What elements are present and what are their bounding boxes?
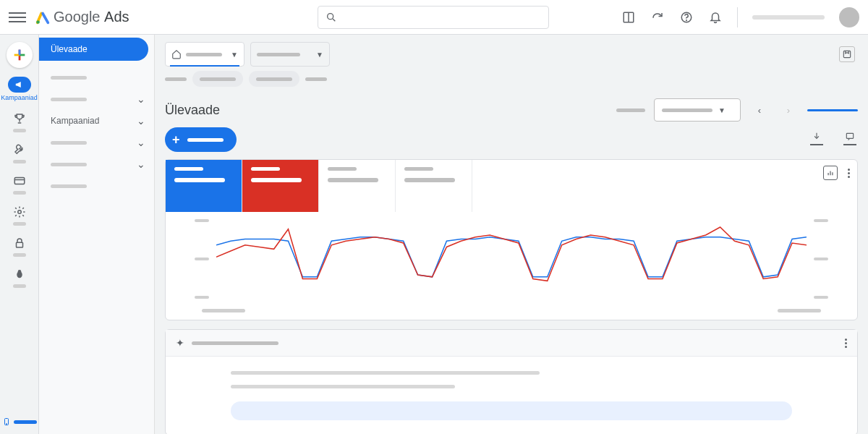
svg-rect-20 bbox=[843, 51, 850, 57]
metric-tab-2[interactable] bbox=[242, 160, 319, 212]
account-label bbox=[752, 15, 825, 20]
feedback-button[interactable] bbox=[842, 132, 858, 148]
feedback-icon bbox=[844, 132, 856, 142]
new-campaign-button[interactable]: + bbox=[165, 127, 237, 152]
sparkle-icon: ✦ bbox=[176, 337, 184, 349]
chip-label-2 bbox=[305, 77, 327, 81]
svg-point-17 bbox=[17, 270, 21, 273]
svg-point-19 bbox=[6, 424, 7, 425]
svg-rect-12 bbox=[14, 178, 25, 184]
chevron-down-icon: ⌄ bbox=[137, 93, 145, 105]
megaphone-icon bbox=[14, 80, 25, 90]
plus-icon bbox=[12, 47, 27, 63]
page-title: Ülevaade bbox=[165, 103, 220, 118]
gear-icon bbox=[13, 205, 26, 218]
rail-admin[interactable] bbox=[0, 205, 38, 226]
y-axis-left bbox=[195, 219, 209, 299]
insight-title bbox=[192, 341, 278, 345]
left-rail: Kampaaniad bbox=[0, 35, 39, 434]
refresh-icon[interactable] bbox=[650, 10, 665, 25]
date-prev-button[interactable]: ‹ bbox=[749, 100, 770, 120]
date-label bbox=[616, 109, 645, 112]
app-header: Google Ads bbox=[0, 0, 868, 35]
ads-logo-icon bbox=[35, 9, 51, 25]
nav-item-2[interactable]: ⌄ bbox=[39, 88, 154, 110]
save-view-icon[interactable] bbox=[839, 46, 855, 62]
nav-overview[interactable]: Ülevaade bbox=[39, 38, 148, 61]
svg-point-1 bbox=[327, 13, 333, 19]
create-button[interactable] bbox=[7, 42, 33, 68]
nav-item-4[interactable]: ⌄ bbox=[39, 132, 154, 153]
home-icon bbox=[171, 49, 182, 59]
date-range-selector[interactable]: ▼ bbox=[654, 98, 741, 122]
filter-bar: ▼ ▼ bbox=[155, 35, 868, 69]
date-next-button: › bbox=[778, 100, 799, 120]
title-bar: Ülevaade ▼ ‹ › bbox=[155, 93, 868, 127]
filter-chip-1[interactable] bbox=[192, 71, 243, 87]
svg-point-14 bbox=[17, 210, 21, 214]
nav-item-5[interactable]: ⌄ bbox=[39, 153, 154, 175]
rail-security[interactable] bbox=[0, 236, 38, 257]
plus-icon: + bbox=[172, 132, 180, 148]
nav-item-1[interactable] bbox=[39, 67, 154, 88]
wrench-icon bbox=[13, 143, 26, 156]
rail-billing[interactable] bbox=[0, 174, 38, 195]
help-icon[interactable] bbox=[679, 10, 694, 25]
reports-icon[interactable] bbox=[621, 10, 636, 25]
notifications-icon[interactable] bbox=[708, 10, 723, 25]
nav-campaigns[interactable]: Kampaaniad⌄ bbox=[39, 110, 154, 132]
card-icon bbox=[13, 174, 26, 187]
lock-icon bbox=[13, 237, 26, 250]
trophy-icon bbox=[13, 112, 26, 125]
account-selector[interactable]: ▼ bbox=[165, 42, 244, 67]
rail-goals[interactable] bbox=[0, 111, 38, 132]
y-axis-right bbox=[814, 219, 828, 299]
rail-bottom-link[interactable] bbox=[2, 417, 37, 427]
chevron-down-icon: ⌄ bbox=[137, 137, 145, 148]
avatar[interactable] bbox=[839, 7, 859, 27]
line-chart bbox=[216, 219, 807, 299]
bug-icon bbox=[13, 268, 26, 281]
svg-line-2 bbox=[333, 19, 335, 21]
insight-action-pill[interactable] bbox=[231, 401, 792, 420]
chevron-down-icon: ⌄ bbox=[137, 158, 145, 170]
compare-toggle[interactable] bbox=[807, 109, 858, 111]
insight-text-line bbox=[231, 371, 540, 375]
expand-chart-button[interactable] bbox=[823, 166, 838, 180]
metric-tab-1[interactable] bbox=[166, 160, 242, 212]
nav-item-6[interactable] bbox=[39, 175, 154, 197]
insight-card: ✦ bbox=[165, 329, 858, 434]
product-logo[interactable]: Google Ads bbox=[35, 9, 129, 25]
metric-tabs bbox=[166, 160, 857, 212]
svg-rect-15 bbox=[16, 242, 22, 247]
search-input[interactable] bbox=[318, 6, 549, 29]
chart-legend bbox=[166, 309, 857, 320]
download-button[interactable] bbox=[809, 132, 825, 148]
download-icon bbox=[811, 132, 822, 142]
chip-bar bbox=[155, 69, 868, 93]
svg-point-6 bbox=[686, 20, 687, 20]
card-menu-button[interactable] bbox=[848, 169, 850, 178]
chart-icon bbox=[827, 169, 834, 176]
svg-rect-21 bbox=[846, 133, 853, 138]
side-nav: Ülevaade ⌄ Kampaaniad⌄ ⌄ ⌄ bbox=[39, 35, 155, 434]
nav-overview-label: Ülevaade bbox=[51, 44, 88, 54]
menu-icon[interactable] bbox=[9, 9, 26, 26]
chevron-down-icon: ⌄ bbox=[137, 115, 145, 127]
svg-point-0 bbox=[36, 20, 40, 24]
performance-card bbox=[165, 159, 858, 320]
campaign-selector[interactable]: ▼ bbox=[250, 42, 330, 67]
rail-campaigns-label: Kampaaniad bbox=[1, 94, 38, 101]
insight-menu-button[interactable] bbox=[845, 339, 847, 348]
rail-campaigns[interactable]: Kampaaniad bbox=[0, 77, 38, 101]
nav-campaigns-label: Kampaaniad bbox=[51, 116, 99, 126]
metric-tab-3[interactable] bbox=[319, 160, 396, 212]
rail-tools[interactable] bbox=[0, 142, 38, 163]
rail-bug[interactable] bbox=[0, 267, 38, 288]
insight-text-line bbox=[231, 385, 455, 388]
metric-tab-4[interactable] bbox=[396, 160, 472, 212]
action-row: + bbox=[155, 127, 868, 159]
filter-chip-2[interactable] bbox=[249, 71, 299, 87]
mobile-icon bbox=[2, 417, 11, 427]
chip-label-1 bbox=[165, 77, 187, 81]
